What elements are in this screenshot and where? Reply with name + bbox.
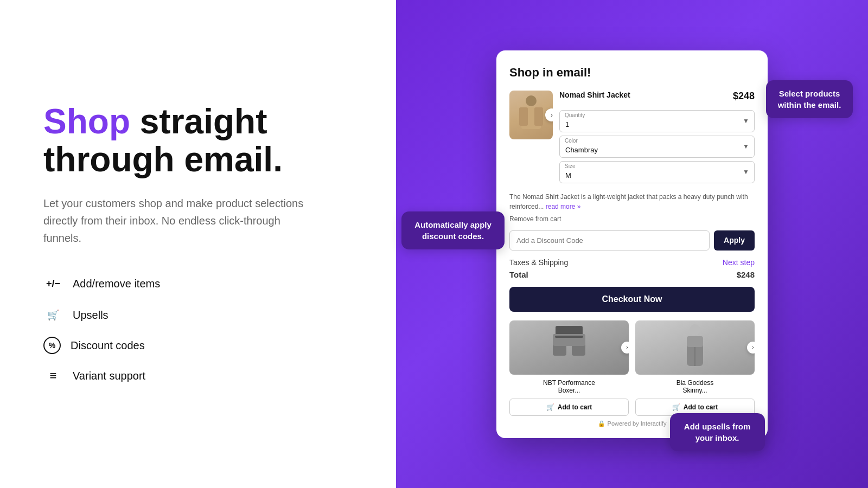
svg-rect-3: [534, 107, 543, 126]
taxes-label: Taxes & Shipping: [509, 258, 568, 267]
tooltip-upsell-text: Add upsells fromyour inbox.: [684, 422, 751, 442]
jeans-svg: [676, 323, 714, 372]
tooltip-discount: Automatically applydiscount codes.: [401, 211, 505, 249]
tooltip-upsell: Add upsells fromyour inbox.: [670, 413, 765, 451]
cart-icon-small: 🛒: [546, 403, 554, 411]
plus-minus-icon: +/−: [43, 274, 63, 293]
add-to-cart-boxers-button[interactable]: 🛒 Add to cart: [509, 399, 629, 416]
cart-icon-small-2: 🛒: [672, 403, 680, 411]
feature-discount-label: Discount codes: [71, 339, 145, 352]
upsell-image-boxers: ›: [509, 320, 629, 375]
read-more-link[interactable]: read more »: [546, 203, 581, 210]
svg-rect-2: [519, 107, 528, 126]
upsell-item-boxers: › NBT PerformanceBoxer... 🛒 Add to cart: [509, 320, 629, 416]
feature-discount: % Discount codes: [43, 337, 353, 354]
upsell-image-jeans: ›: [635, 320, 755, 375]
checkout-button[interactable]: Checkout Now: [509, 287, 755, 312]
boxers-svg: [547, 323, 591, 372]
color-label: Color: [565, 138, 578, 144]
tooltip-select-text: Select productswithin the email.: [778, 89, 841, 110]
product-row: › Nomad Shirt Jacket $248 Quantity 1 2 3: [509, 91, 755, 183]
card-title: Shop in email!: [509, 66, 755, 80]
product-price: $248: [733, 91, 755, 102]
product-description: The Nomad Shirt Jacket is a light-weight…: [509, 192, 755, 211]
upsell-boxers-name: NBT PerformanceBoxer...: [543, 379, 595, 394]
apply-button[interactable]: Apply: [714, 230, 755, 251]
powered-by-text: Powered by Interactify: [608, 420, 667, 427]
svg-rect-11: [687, 336, 703, 347]
headline-shop: Shop: [43, 102, 130, 141]
feature-upsells: 🛒 Upsells: [43, 305, 353, 325]
svg-point-0: [526, 95, 537, 106]
svg-rect-8: [555, 336, 583, 338]
upsell-jeans-name: Bia GoddessSkinny...: [676, 379, 714, 394]
product-name: Nomad Shirt Jacket: [559, 91, 630, 99]
quantity-label: Quantity: [565, 112, 585, 118]
feature-add-remove: +/− Add/remove items: [43, 274, 353, 293]
color-select-wrapper: Color Chambray Navy White ▼: [559, 136, 755, 158]
discount-input[interactable]: [509, 230, 710, 251]
feature-list: +/− Add/remove items 🛒 Upsells % Discoun…: [43, 274, 353, 386]
feature-upsells-label: Upsells: [73, 309, 108, 322]
svg-point-9: [690, 324, 700, 335]
quantity-select[interactable]: 1 2 3: [559, 110, 755, 132]
cart-icon: 🛒: [43, 305, 63, 325]
feature-add-remove-label: Add/remove items: [73, 278, 160, 290]
select-group: Quantity 1 2 3 ▼ Color Chambray Navy: [559, 110, 755, 183]
list-icon: ≡: [43, 366, 63, 386]
upsell-jeans-arrow[interactable]: ›: [747, 342, 755, 354]
subtext: Let your customers shop and make product…: [43, 195, 315, 247]
shop-card: Shop in email! › Nomad Shirt Jacket: [496, 50, 768, 438]
feature-variant: ≡ Variant support: [43, 366, 353, 386]
discount-row: Apply: [509, 230, 755, 251]
total-value: $248: [737, 270, 755, 279]
remove-from-cart-link[interactable]: Remove from cart: [509, 215, 561, 223]
total-row: Total $248: [509, 270, 755, 279]
product-details: Nomad Shirt Jacket $248 Quantity 1 2 3 ▼: [559, 91, 755, 183]
upsell-boxers-arrow[interactable]: ›: [621, 342, 629, 354]
taxes-value: Next step: [723, 258, 755, 267]
product-image-wrap: ›: [509, 91, 553, 139]
size-select[interactable]: M S L XL: [559, 161, 755, 183]
total-label: Total: [509, 270, 528, 279]
tooltip-discount-text: Automatically applydiscount codes.: [414, 220, 492, 241]
size-label: Size: [565, 163, 575, 169]
product-image-svg: [515, 93, 547, 137]
upsell-row: › NBT PerformanceBoxer... 🛒 Add to cart: [509, 320, 755, 416]
percent-icon: %: [43, 337, 61, 354]
tooltip-select: Select productswithin the email.: [766, 80, 853, 118]
lock-icon: 🔒: [598, 420, 605, 427]
upsell-item-jeans: › Bia GoddessSkinny... 🛒 Add to cart: [635, 320, 755, 416]
quantity-select-wrapper: Quantity 1 2 3 ▼: [559, 110, 755, 132]
feature-variant-label: Variant support: [73, 370, 145, 382]
color-select[interactable]: Chambray Navy White: [559, 136, 755, 158]
left-panel: Shop straightthrough email. Let your cus…: [0, 0, 396, 488]
size-select-wrapper: Size M S L XL ▼: [559, 161, 755, 183]
right-panel: Select productswithin the email. Automat…: [396, 0, 868, 488]
main-headline: Shop straightthrough email.: [43, 102, 353, 179]
tax-row: Taxes & Shipping Next step: [509, 258, 755, 267]
